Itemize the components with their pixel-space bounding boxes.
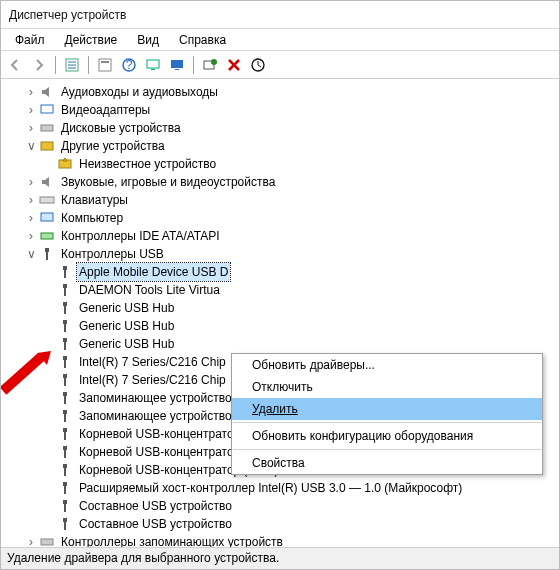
tree-node-usb-child[interactable]: .Расширяемый хост-контроллер Intel(R) US… [7, 479, 557, 497]
node-label: Составное USB устройство [77, 497, 234, 515]
delete-icon [226, 57, 242, 73]
annotation-arrow-left [1, 351, 53, 398]
node-label: Звуковые, игровые и видеоустройства [59, 173, 277, 191]
svg-point-13 [211, 59, 217, 65]
ide-icon [39, 228, 55, 244]
forward-button[interactable] [29, 55, 49, 75]
tree-node-usb-child[interactable]: .Generic USB Hub [7, 335, 557, 353]
tree-node-usb-child[interactable]: .Generic USB Hub [7, 299, 557, 317]
usb-icon [57, 264, 73, 280]
node-label: Составное USB устройство [77, 515, 234, 533]
svg-rect-38 [63, 392, 67, 396]
other-icon [39, 138, 55, 154]
computer-icon [39, 210, 55, 226]
warning-icon [57, 156, 73, 172]
node-label: Generic USB Hub [77, 335, 176, 353]
collapse-icon: › [25, 176, 37, 188]
tree-node-usb-child[interactable]: .Generic USB Hub [7, 317, 557, 335]
svg-rect-5 [101, 61, 109, 63]
svg-rect-30 [63, 320, 67, 324]
ctx-properties[interactable]: Свойства [232, 452, 542, 474]
svg-rect-50 [63, 500, 67, 504]
node-label: Корневой USB-концентратор [77, 443, 242, 461]
node-label: Intel(R) 7 Series/C216 Chip [77, 353, 228, 371]
svg-rect-33 [64, 342, 66, 350]
monitor-button[interactable] [143, 55, 163, 75]
scan-hw-button[interactable] [200, 55, 220, 75]
node-label: Неизвестное устройство [77, 155, 218, 173]
node-label: Контроллеры IDE ATA/ATAPI [59, 227, 222, 245]
tree-node-disk[interactable]: › Дисковые устройства [7, 119, 557, 137]
svg-rect-19 [40, 197, 54, 203]
properties-button[interactable] [95, 55, 115, 75]
node-label: Видеоадаптеры [59, 101, 152, 119]
keyboard-icon [39, 192, 55, 208]
tree-node-audio[interactable]: › Аудиовходы и аудиовыходы [7, 83, 557, 101]
svg-rect-20 [41, 213, 53, 221]
tree-node-video[interactable]: › Видеоадаптеры [7, 101, 557, 119]
svg-rect-4 [99, 59, 111, 71]
list-icon [64, 57, 80, 73]
usb-icon [57, 480, 73, 496]
menu-help[interactable]: Справка [169, 31, 236, 48]
ctx-update-drivers[interactable]: Обновить драйверы... [232, 354, 542, 376]
tree-node-other[interactable]: ∨ Другие устройства [7, 137, 557, 155]
show-list-button[interactable] [62, 55, 82, 75]
svg-rect-22 [45, 248, 49, 252]
delete-button[interactable] [224, 55, 244, 75]
usb-icon [57, 516, 73, 532]
tree-node-usb[interactable]: ∨ Контроллеры USB [7, 245, 557, 263]
svg-rect-37 [64, 378, 66, 386]
scan-icon [202, 57, 218, 73]
monitor2-button[interactable] [167, 55, 187, 75]
toolbar: ? [1, 51, 559, 79]
svg-rect-46 [63, 464, 67, 468]
node-label: Клавиатуры [59, 191, 130, 209]
usb-icon [57, 372, 73, 388]
device-tree[interactable]: › Аудиовходы и аудиовыходы › Видеоадапте… [1, 79, 559, 549]
node-label: Контроллеры USB [59, 245, 166, 263]
expand-icon: ∨ [25, 248, 37, 260]
update-icon [250, 57, 266, 73]
back-button[interactable] [5, 55, 25, 75]
menu-file[interactable]: Файл [5, 31, 55, 48]
svg-rect-54 [41, 539, 53, 545]
tree-node-ide[interactable]: › Контроллеры IDE ATA/ATAPI [7, 227, 557, 245]
node-label: Дисковые устройства [59, 119, 183, 137]
speaker-icon [39, 174, 55, 190]
tree-node-usb-child[interactable]: .Составное USB устройство [7, 497, 557, 515]
menu-action[interactable]: Действие [55, 31, 128, 48]
menu-separator [233, 449, 541, 450]
usb-icon [57, 282, 73, 298]
status-bar: Удаление драйвера для выбранного устройс… [1, 547, 559, 569]
svg-rect-28 [63, 302, 67, 306]
svg-rect-44 [63, 446, 67, 450]
menu-view[interactable]: Вид [127, 31, 169, 48]
monitor-blue-icon [169, 57, 185, 73]
tree-node-computer[interactable]: › Компьютер [7, 209, 557, 227]
node-label: Generic USB Hub [77, 317, 176, 335]
usb-icon [57, 390, 73, 406]
help-button[interactable]: ? [119, 55, 139, 75]
collapse-icon: › [25, 86, 37, 98]
tree-node-keyboard[interactable]: › Клавиатуры [7, 191, 557, 209]
svg-rect-10 [171, 60, 183, 68]
tree-node-usb-child[interactable]: .Составное USB устройство [7, 515, 557, 533]
svg-rect-24 [63, 266, 67, 270]
tree-node-sound[interactable]: › Звуковые, игровые и видеоустройства [7, 173, 557, 191]
tree-node-apple-mobile[interactable]: . Apple Mobile Device USB D [7, 263, 557, 281]
usb-icon [57, 354, 73, 370]
ctx-disable[interactable]: Отключить [232, 376, 542, 398]
svg-rect-40 [63, 410, 67, 414]
ctx-scan-hw[interactable]: Обновить конфигурацию оборудования [232, 425, 542, 447]
back-icon [7, 57, 23, 73]
svg-rect-31 [64, 324, 66, 332]
ctx-delete[interactable]: Удалить [232, 398, 542, 420]
svg-rect-39 [64, 396, 66, 404]
tree-node-unknown[interactable]: . Неизвестное устройство [7, 155, 557, 173]
node-label: DAEMON Tools Lite Virtua [77, 281, 222, 299]
display-icon [39, 102, 55, 118]
tree-node-usb-child[interactable]: .DAEMON Tools Lite Virtua [7, 281, 557, 299]
update-button[interactable] [248, 55, 268, 75]
props-icon [97, 57, 113, 73]
